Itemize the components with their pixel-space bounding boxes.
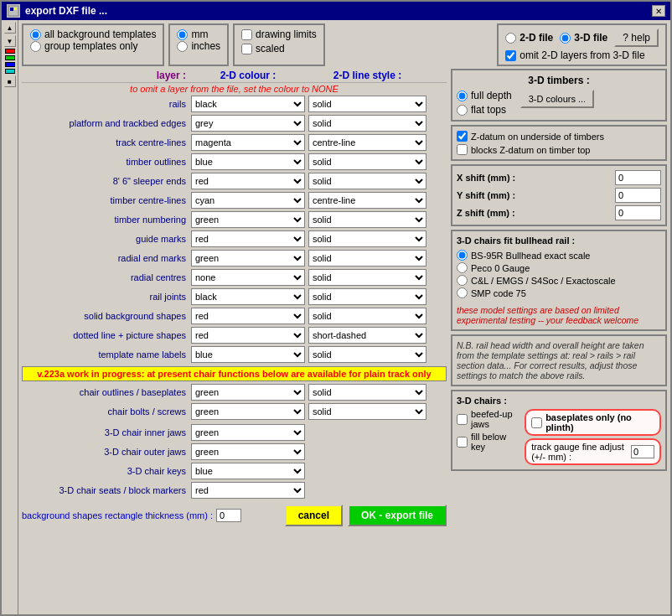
drawing-limits-checkbox[interactable] <box>241 29 252 40</box>
style-select[interactable]: soliddasheddottedcentre-lineshort-dashed… <box>308 250 426 267</box>
baseplates-only-row[interactable]: baseplates only (no plinth) <box>525 409 661 436</box>
style-select[interactable]: soliddasheddottedcentre-lineshort-dashed… <box>308 96 426 112</box>
layer-label: timber outlines <box>22 157 189 167</box>
style-select[interactable]: soliddasheddottedcentre-lineshort-dashed… <box>308 192 426 209</box>
window-title: export DXF file ... <box>25 5 107 17</box>
style-select[interactable]: soliddasheddottedcentre-lineshort-dashed… <box>308 288 426 305</box>
all-templates-radio-row[interactable]: all background templates <box>30 28 156 40</box>
yshift-input[interactable] <box>615 188 661 203</box>
style-select[interactable]: soliddasheddottedcentre-lineshort-dashed… <box>308 211 426 228</box>
svg-rect-2 <box>14 8 17 10</box>
3d-chair-rows: 3-D chair inner jaws greenblackredblueno… <box>22 423 447 500</box>
color-swatch-red <box>5 49 15 54</box>
style-select[interactable]: soliddasheddottedcentre-lineshort-dashed… <box>308 384 426 401</box>
color-select[interactable]: blackwhiteredgreenbluecyanmagentayellowg… <box>191 192 305 209</box>
color-select[interactable]: blackwhiteredgreenbluecyanmagentayellowg… <box>191 403 305 420</box>
color-select[interactable]: blackwhiteredgreenbluecyanmagentayellowg… <box>191 346 305 363</box>
beefed-up-jaws-checkbox[interactable] <box>457 414 468 425</box>
cancel-button[interactable]: cancel <box>285 505 343 526</box>
style-select[interactable]: soliddasheddottedcentre-lineshort-dashed… <box>308 346 426 363</box>
style-select[interactable]: soliddasheddottedcentre-lineshort-dashed… <box>308 230 426 247</box>
toolbar-btn-2[interactable]: ▼ <box>4 35 16 47</box>
color-select[interactable]: blackwhiteredgreenbluecyanmagentayellowg… <box>191 115 305 132</box>
color-select[interactable]: blackwhiteredgreenbluecyanmagentayellowg… <box>191 211 305 228</box>
2d-file-radio[interactable] <box>505 33 516 44</box>
chair-option-row[interactable]: Peco 0 Gauge <box>457 262 661 273</box>
color-select[interactable]: blackwhiteredgreenbluecyanmagentayellowg… <box>191 384 305 401</box>
style-select[interactable]: soliddasheddottedcentre-lineshort-dashed… <box>308 308 426 324</box>
fill-below-key-row[interactable]: fill below key <box>457 432 516 452</box>
color-select[interactable]: blackwhiteredgreenbluecyanmagentayellowg… <box>191 269 305 286</box>
chair-type-radio[interactable] <box>457 250 468 261</box>
bg-thickness-input[interactable] <box>216 509 241 522</box>
color-select[interactable]: blackwhiteredgreenbluecyanmagentayellowg… <box>191 134 305 151</box>
omit-2d-row[interactable]: omit 2-D layers from 3-D file <box>505 49 659 61</box>
toolbar-btn-1[interactable]: ▲ <box>4 22 16 34</box>
help-button[interactable]: ? help <box>614 28 659 47</box>
color-select[interactable]: blackwhiteredgreenbluecyanmagentayellowg… <box>191 288 305 305</box>
inner-jaws-label: 3-D chair inner jaws <box>22 427 189 437</box>
zdatum-top-checkbox[interactable] <box>457 144 468 155</box>
track-gauge-row[interactable]: track gauge fine adjust (+/- mm) : <box>525 438 661 465</box>
keys-color-select[interactable]: blueblackredgreennone <box>191 463 305 479</box>
group-templates-radio[interactable] <box>30 41 41 52</box>
scaled-checkbox[interactable] <box>241 44 252 54</box>
all-templates-radio[interactable] <box>30 29 41 40</box>
2d-file-radio-row[interactable]: 2-D file <box>505 32 553 44</box>
3d-file-radio-row[interactable]: 3-D file <box>560 32 607 44</box>
3d-file-radio[interactable] <box>560 33 571 44</box>
group-templates-radio-row[interactable]: group templates only <box>30 40 156 52</box>
chair-type-radio[interactable] <box>457 275 468 286</box>
close-button[interactable]: ✕ <box>652 5 665 17</box>
chair-option-row[interactable]: BS-95R Bullhead exact scale <box>457 250 661 261</box>
style-select[interactable]: soliddasheddottedcentre-lineshort-dashed… <box>308 115 426 132</box>
outer-jaws-color-select[interactable]: greenblackredbluenone <box>191 443 305 460</box>
toolbar-btn-3[interactable]: ■ <box>4 75 16 87</box>
chair-option-row[interactable]: SMP code 75 <box>457 287 661 298</box>
ok-button[interactable]: OK - export file <box>348 505 447 526</box>
seat-markers-color-select[interactable]: redblackbluegreennone <box>191 482 305 499</box>
zdatum-underside-row[interactable]: Z-datum on underside of timbers <box>457 131 661 142</box>
chair-type-radio[interactable] <box>457 262 468 273</box>
chair-option-label: BS-95R Bullhead exact scale <box>471 251 590 261</box>
zshift-input[interactable] <box>615 205 661 220</box>
style-select[interactable]: soliddasheddottedcentre-lineshort-dashed… <box>308 403 426 420</box>
3d-colours-button[interactable]: 3-D colours ... <box>520 90 594 108</box>
color-select[interactable]: blackwhiteredgreenbluecyanmagentayellowg… <box>191 153 305 170</box>
inches-radio[interactable] <box>177 41 188 52</box>
style-select[interactable]: soliddasheddottedcentre-lineshort-dashed… <box>308 269 426 286</box>
drawing-limits-row[interactable]: drawing limits <box>241 28 317 40</box>
mm-radio[interactable] <box>177 29 188 40</box>
flat-tops-radio[interactable] <box>457 105 468 116</box>
beefed-up-jaws-row[interactable]: beefed-up jaws <box>457 409 516 429</box>
zdatum-underside-checkbox[interactable] <box>457 131 468 142</box>
color-select[interactable]: blackwhiteredgreenbluecyanmagentayellowg… <box>191 327 305 344</box>
color-select[interactable]: blackwhiteredgreenbluecyanmagentayellowg… <box>191 250 305 267</box>
layer-label: timber centre-lines <box>22 195 189 205</box>
layer-label: template name labels <box>22 349 189 360</box>
style-select[interactable]: soliddasheddottedcentre-lineshort-dashed… <box>308 134 426 151</box>
color-select[interactable]: blackwhiteredgreenbluecyanmagentayellowg… <box>191 96 305 112</box>
fill-below-key-checkbox[interactable] <box>457 437 468 448</box>
color-select[interactable]: blackwhiteredgreenbluecyanmagentayellowg… <box>191 230 305 247</box>
xshift-input[interactable] <box>615 170 661 185</box>
full-depth-radio-row[interactable]: full depth <box>457 90 512 101</box>
mm-radio-row[interactable]: mm <box>177 28 220 40</box>
omit-2d-checkbox[interactable] <box>505 50 516 61</box>
inches-radio-row[interactable]: inches <box>177 40 220 52</box>
style-select[interactable]: soliddasheddottedcentre-lineshort-dashed… <box>308 153 426 170</box>
inner-jaws-color-select[interactable]: greenblackredbluenone <box>191 424 305 441</box>
color-select[interactable]: blackwhiteredgreenbluecyanmagentayellowg… <box>191 308 305 324</box>
chair-option-row[interactable]: C&L / EMGS / S4Soc / Exactoscale <box>457 275 661 286</box>
zshift-label: Z shift (mm) : <box>457 208 515 218</box>
baseplates-only-checkbox[interactable] <box>531 417 542 428</box>
style-select[interactable]: soliddasheddottedcentre-lineshort-dashed… <box>308 173 426 189</box>
color-select[interactable]: blackwhiteredgreenbluecyanmagentayellowg… <box>191 173 305 189</box>
full-depth-radio[interactable] <box>457 91 468 101</box>
flat-tops-radio-row[interactable]: flat tops <box>457 104 512 116</box>
track-gauge-input[interactable] <box>631 445 654 458</box>
scaled-row[interactable]: scaled <box>241 43 317 54</box>
chair-type-radio[interactable] <box>457 287 468 298</box>
zdatum-top-row[interactable]: blocks Z-datum on timber top <box>457 144 661 155</box>
style-select[interactable]: soliddasheddottedcentre-lineshort-dashed… <box>308 327 426 344</box>
